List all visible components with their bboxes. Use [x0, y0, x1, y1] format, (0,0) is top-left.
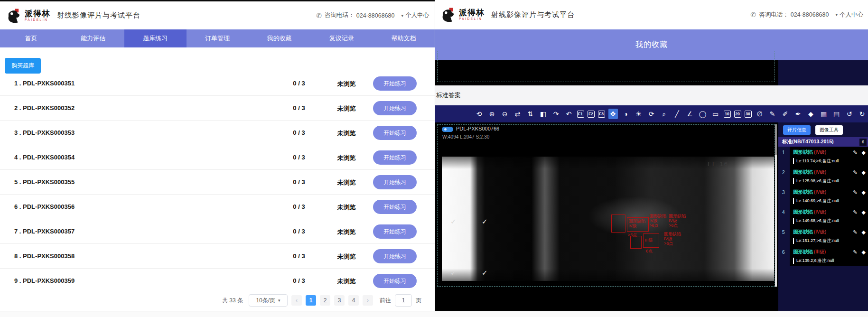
goto-page-input[interactable] — [395, 294, 412, 307]
start-practice-button[interactable]: 开始练习 — [373, 150, 417, 165]
next-page-button[interactable]: › — [363, 295, 373, 306]
start-practice-button[interactable]: 开始练习 — [373, 126, 417, 140]
page-button-3[interactable]: 3 — [334, 295, 345, 306]
page-size-select[interactable]: 10条/页 ▾ — [249, 294, 288, 307]
viewer-scrollbar[interactable] — [775, 124, 777, 287]
progress-count: 0 / 3 — [285, 104, 313, 112]
answer-section-bar: 标准答案 — [435, 85, 868, 105]
start-practice-button[interactable]: 开始练习 — [373, 274, 417, 288]
rotate-cycle-icon[interactable]: ⟳ — [647, 109, 656, 119]
hide-annotations-icon[interactable]: ∅ — [755, 109, 765, 119]
pencil-icon[interactable]: ✎ — [768, 109, 777, 119]
nav-question-practice[interactable]: 题库练习 — [124, 29, 187, 47]
defect-name: 圆形缺陷 — [793, 229, 813, 235]
tab-evaluation-info[interactable]: 评片信息 — [783, 125, 811, 135]
draw-rectangle-icon[interactable]: ▭ — [711, 109, 720, 119]
eraser-icon[interactable]: ◆ — [862, 249, 866, 255]
edit-pencil-icon[interactable]: ✎ — [853, 209, 857, 215]
standard-answer-label: 标准答案 — [436, 91, 461, 100]
annotation-grade: IV级 — [628, 224, 645, 228]
status-badge: 未浏览 — [330, 80, 363, 88]
marker-icon[interactable]: ✒ — [793, 109, 803, 119]
eraser-icon[interactable]: ◆ — [806, 109, 816, 119]
nav-my-favorites[interactable]: 我的收藏 — [248, 29, 310, 47]
xray-viewer-panel[interactable]: PDL-PXKS000766 W:4094 L:2047 S:2.30 ✓ ✓ … — [435, 122, 778, 311]
edit-pencil-icon[interactable]: ✎ — [853, 229, 857, 235]
prev-page-button[interactable]: ‹ — [291, 295, 302, 306]
start-practice-button[interactable]: 开始练习 — [373, 76, 417, 91]
f2-window-icon[interactable]: F2 — [588, 111, 595, 118]
xray-image[interactable]: ✓ ✓ ✓ ✓ FF 16 圆形缺陷 IV级 >6点 圆形缺陷 — [442, 157, 774, 281]
page-button-4[interactable]: 4 — [348, 295, 359, 306]
right-logo[interactable]: 派得林 PAIDELIN — [440, 7, 485, 23]
edit-pencil-icon[interactable]: ✎ — [853, 249, 857, 255]
nav-home[interactable]: 首页 — [0, 29, 62, 47]
defect-number: 4 — [778, 206, 790, 226]
eraser-icon[interactable]: ◆ — [862, 189, 866, 196]
status-badge: 未浏览 — [330, 277, 363, 286]
f3-window-icon[interactable]: F3 — [598, 111, 605, 118]
annotation-defect-name: 圆形缺陷 — [628, 219, 645, 224]
nav-help-docs[interactable]: 帮助文档 — [373, 29, 435, 47]
tab-image-tools[interactable]: 图像工具 — [815, 125, 843, 135]
rotate-right-icon[interactable]: ↷ — [551, 109, 561, 119]
user-menu[interactable]: 个人中心 — [405, 11, 429, 19]
pan-icon[interactable]: ✥ — [608, 109, 618, 119]
defect-annotation-label: 圆形缺陷 IV级 >6点 — [664, 232, 681, 246]
page: 派得林 PAIDELIN 射线影像评片与考试平台 ✆ 咨询电话： 024-880… — [0, 0, 868, 317]
annotation-list-icon[interactable]: ▤ — [832, 109, 841, 119]
annotation-count: >6点 — [664, 241, 681, 246]
draw-ellipse-icon[interactable]: ◯ — [698, 109, 708, 119]
page-button-1[interactable]: 1 — [306, 295, 316, 306]
start-practice-button[interactable]: 开始练习 — [373, 175, 417, 189]
clear-all-icon[interactable]: ▦ — [819, 109, 829, 119]
defect-number: 1 — [778, 147, 790, 167]
table-row: 4 . PDL-PXKS000354 0 / 3 未浏览 开始练习 — [0, 145, 435, 170]
eraser-icon[interactable]: ◆ — [862, 149, 866, 156]
standard-name: 标准(NB/T47013-2015) — [778, 139, 859, 145]
nav-order-management[interactable]: 订单管理 — [187, 29, 249, 47]
page-size-value: 10条/页 — [256, 297, 275, 305]
preset-20-icon[interactable]: 20 — [734, 111, 741, 118]
bottom-scrollbar-strip[interactable] — [0, 311, 868, 317]
preset-30-icon[interactable]: 30 — [745, 111, 752, 118]
start-practice-button[interactable]: 开始练习 — [373, 224, 417, 239]
start-practice-button[interactable]: 开始练习 — [373, 101, 417, 115]
invert-icon[interactable]: ◧ — [539, 109, 548, 119]
defect-item: 2 圆形缺陷 (IV级) ✎◆ Le:125.98;>6;备注:null — [778, 167, 868, 186]
user-menu-caret-icon: ▾ — [835, 12, 838, 17]
draw-line-icon[interactable]: ╱ — [672, 109, 682, 119]
measure-angle-icon[interactable]: ∠ — [685, 109, 695, 119]
zoom-in-icon[interactable]: ⊕ — [487, 109, 497, 119]
brand-text: 派得林 PAIDELIN — [25, 9, 50, 22]
edit-pencil-icon[interactable]: ✎ — [853, 149, 857, 156]
contrast-icon[interactable]: ◑ — [621, 109, 631, 119]
undo-icon[interactable]: ↺ — [845, 109, 854, 119]
redo-icon[interactable]: ↻ — [858, 109, 867, 119]
eraser-icon[interactable]: ◆ — [862, 209, 866, 215]
left-logo[interactable]: 派得林 PAIDELIN — [6, 8, 50, 24]
pen-icon[interactable]: ✐ — [781, 109, 790, 119]
flip-horizontal-icon[interactable]: ⇄ — [513, 109, 523, 119]
brightness-icon[interactable]: ☀ — [634, 109, 644, 119]
eraser-icon[interactable]: ◆ — [862, 229, 866, 235]
image-badge-icon — [442, 127, 453, 132]
flip-vertical-icon[interactable]: ⇅ — [526, 109, 535, 119]
eraser-icon[interactable]: ◆ — [862, 169, 866, 176]
edit-pencil-icon[interactable]: ✎ — [853, 169, 857, 176]
rotate-left-icon[interactable]: ↶ — [564, 109, 574, 119]
defect-name: 圆形缺陷 — [793, 189, 813, 196]
annotation-defect-name: 圆形缺陷 — [669, 214, 686, 218]
page-button-2[interactable]: 2 — [320, 295, 330, 306]
zoom-out-icon[interactable]: ⊖ — [500, 109, 510, 119]
edit-pencil-icon[interactable]: ✎ — [853, 189, 857, 196]
user-menu[interactable]: 个人中心 — [840, 11, 863, 19]
f1-window-icon[interactable]: F1 — [577, 111, 584, 118]
nav-review-records[interactable]: 复议记录 — [310, 29, 373, 47]
nav-ability-eval[interactable]: 能力评估 — [62, 29, 124, 47]
start-practice-button[interactable]: 开始练习 — [373, 249, 417, 263]
preset-10-icon[interactable]: 10 — [724, 111, 731, 118]
start-practice-button[interactable]: 开始练习 — [373, 200, 417, 214]
reset-icon[interactable]: ⟲ — [475, 109, 484, 119]
magnifier-icon[interactable]: ⌕ — [660, 109, 669, 119]
